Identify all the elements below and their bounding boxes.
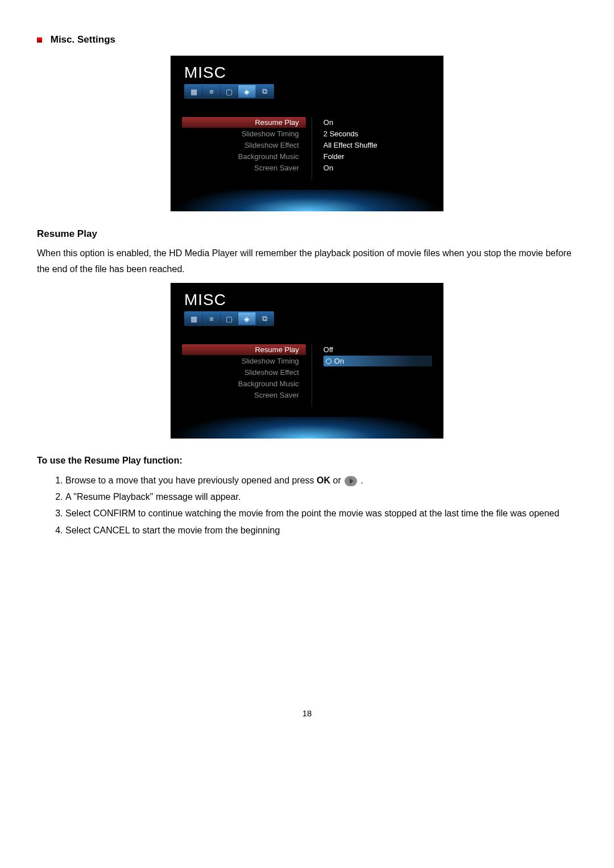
resume-play-heading: Resume Play [37, 228, 577, 240]
tab-video-icon: ▢ [221, 85, 238, 98]
screenshot-1-container: MISC ▦ ≡ ▢ ◈ ⧉ Resume Play Slideshow Tim… [37, 56, 577, 214]
option-resume-play: Resume Play [182, 117, 306, 128]
settings-left-column: Resume Play Slideshow Timing Slideshow E… [182, 117, 312, 180]
section-title-text: Misc. Settings [51, 34, 115, 45]
step-3: Select CONFIRM to continue watching the … [65, 506, 577, 521]
tab-audio-icon: ≡ [203, 85, 221, 98]
option-screen-saver: Screen Saver [182, 390, 306, 400]
settings-right-column: Off On [312, 344, 432, 407]
tab-row: ▦ ≡ ▢ ◈ ⧉ [184, 311, 274, 326]
steps-list: Browse to a move that you have previousl… [49, 473, 577, 538]
use-resume-heading: To use the Resume Play function: [37, 456, 577, 466]
value-slideshow-timing: 2 Seconds [323, 128, 432, 139]
value-resume-play: On [323, 117, 432, 128]
misc-settings-screenshot-2: MISC ▦ ≡ ▢ ◈ ⧉ Resume Play Slideshow Tim… [171, 283, 443, 439]
option-slideshow-timing: Slideshow Timing [182, 128, 306, 139]
value-off: Off [323, 344, 432, 355]
radio-icon [326, 358, 331, 364]
section-title: Misc. Settings [37, 34, 577, 45]
option-slideshow-effect: Slideshow Effect [182, 367, 306, 378]
play-triangle-icon [350, 478, 354, 484]
tab-audio-icon: ≡ [203, 312, 221, 325]
option-slideshow-effect: Slideshow Effect [182, 140, 306, 151]
tab-misc-icon: ◈ [238, 85, 256, 98]
glow-decoration [171, 190, 443, 211]
play-button-icon [345, 476, 357, 486]
settings-right-column: On 2 Seconds All Effect Shuffle Folder O… [312, 117, 432, 180]
option-screen-saver: Screen Saver [182, 162, 306, 173]
screenshot-title: MISC [184, 291, 430, 309]
tab-misc-icon: ◈ [238, 312, 256, 325]
screenshot-header: MISC ▦ ≡ ▢ ◈ ⧉ [171, 56, 443, 103]
value-background-music: Folder [323, 151, 432, 162]
bullet-icon [37, 37, 42, 43]
value-screen-saver: On [323, 162, 432, 173]
screenshot-2-container: MISC ▦ ≡ ▢ ◈ ⧉ Resume Play Slideshow Tim… [37, 283, 577, 441]
tab-system-icon: ▦ [185, 85, 203, 98]
tab-video-icon: ▢ [221, 312, 238, 325]
option-background-music: Background Music [182, 151, 306, 162]
step-1-text-c: or [330, 475, 343, 485]
settings-left-column: Resume Play Slideshow Timing Slideshow E… [182, 344, 312, 407]
step-1-text-a: Browse to a move that you have previousl… [65, 475, 317, 485]
screenshot-body: Resume Play Slideshow Timing Slideshow E… [171, 331, 443, 417]
tab-network-icon: ⧉ [256, 85, 273, 98]
step-2: A "Resume Playback" message will appear. [65, 489, 577, 504]
step-1-text-d: . [358, 475, 363, 485]
step-1-ok: OK [317, 475, 330, 485]
tab-row: ▦ ≡ ▢ ◈ ⧉ [184, 84, 274, 99]
tab-network-icon: ⧉ [256, 312, 273, 325]
misc-settings-screenshot-1: MISC ▦ ≡ ▢ ◈ ⧉ Resume Play Slideshow Tim… [171, 56, 443, 211]
step-4: Select CANCEL to start the movie from th… [65, 523, 577, 538]
value-slideshow-effect: All Effect Shuffle [323, 140, 432, 151]
screenshot-header: MISC ▦ ≡ ▢ ◈ ⧉ [171, 283, 443, 331]
screenshot-title: MISC [184, 64, 430, 82]
option-slideshow-timing: Slideshow Timing [182, 356, 306, 366]
resume-play-description: When this option is enabled, the HD Medi… [37, 245, 577, 277]
option-background-music: Background Music [182, 378, 306, 389]
page-number: 18 [37, 708, 577, 718]
step-1: Browse to a move that you have previousl… [65, 473, 577, 488]
option-resume-play: Resume Play [182, 344, 306, 355]
value-on-selected: On [323, 356, 432, 366]
value-on-label: On [334, 357, 344, 365]
glow-decoration [171, 417, 443, 439]
screenshot-body: Resume Play Slideshow Timing Slideshow E… [171, 103, 443, 190]
tab-system-icon: ▦ [185, 312, 203, 325]
